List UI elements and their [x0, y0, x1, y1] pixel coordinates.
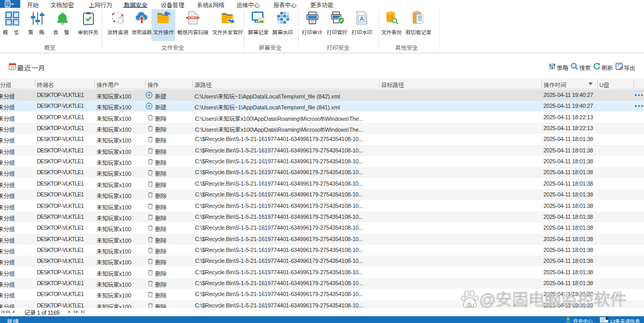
- svg-text:23: 23: [10, 66, 15, 69]
- svg-text:A: A: [360, 15, 365, 22]
